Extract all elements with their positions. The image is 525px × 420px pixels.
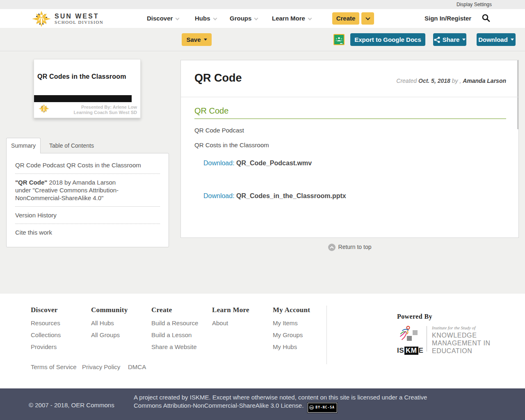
cite-this-work-link[interactable]: Cite this work: [15, 224, 160, 241]
bottom-bar: © 2007 - 2018, OER Commons A project cre…: [0, 388, 525, 420]
tab-summary[interactable]: Summary: [6, 138, 41, 153]
caret-down-icon: [462, 39, 466, 41]
footer-link-resources[interactable]: Resources: [31, 320, 61, 326]
attribution-title: "QR Code": [15, 179, 47, 186]
by-label: by ,: [452, 78, 461, 84]
footer-heading: My Account: [273, 306, 310, 314]
tab-table-of-contents[interactable]: Table of Contents: [49, 142, 94, 149]
thumbnail-sunwest-logo-icon: [38, 103, 50, 114]
logo-line1: SUN WEST: [55, 13, 103, 20]
page-title: QR Code: [194, 72, 242, 84]
share-button[interactable]: Share: [433, 33, 466, 46]
created-date: Oct. 5, 2018: [418, 78, 450, 84]
return-to-top-label: Return to top: [338, 244, 372, 250]
dmca-link[interactable]: DMCA: [128, 363, 146, 370]
thumbnail-slide-bar: [34, 95, 132, 102]
iskme-org-text: Institute for the Study of KNOWLEDGE MAN…: [432, 325, 491, 355]
footer-link-my-hubs[interactable]: My Hubs: [273, 344, 310, 350]
iskme-logo-divider: [427, 326, 427, 352]
resource-toolbar: Save Export to Google Docs Share: [0, 28, 525, 51]
display-settings-link[interactable]: Display Settings: [457, 0, 492, 9]
logo-line2: SCHOOL DIVISION: [55, 20, 103, 25]
footer-link-collections[interactable]: Collections: [31, 332, 61, 338]
download-filename: QR_Codes_in_the_Classroom.pptx: [236, 192, 346, 199]
footer-link-my-items[interactable]: My Items: [273, 320, 310, 326]
attribution-license: under "Creative Commons Attribution-NonC…: [15, 186, 160, 202]
resource-thumbnail: QR Codes in the Classroom Presented By: …: [34, 59, 141, 118]
nav-item-discover[interactable]: Discover: [147, 15, 179, 22]
download-label: Download: [478, 36, 508, 43]
created-label: Created: [396, 78, 417, 84]
sunwest-sunburst-icon: [31, 9, 52, 28]
footer-link-providers[interactable]: Providers: [31, 344, 61, 350]
summary-attribution: "QR Code" 2018 by Amanda Larson under "C…: [15, 174, 160, 207]
sign-in-register-link[interactable]: Sign In/Register: [425, 15, 471, 22]
paragraph: QR Code Podcast: [194, 127, 506, 134]
download-link-wmv[interactable]: Download: QR_Code_Podcast.wmv: [203, 160, 506, 167]
nav-label: Hubs: [195, 15, 210, 22]
cc-icon: cc: [309, 405, 314, 410]
search-button[interactable]: [482, 14, 491, 24]
footer-link-about[interactable]: About: [212, 320, 249, 326]
footer-link-share-a-website[interactable]: Share a Website: [151, 344, 198, 350]
export-label: Export to Google Docs: [354, 36, 421, 43]
sunwest-logo-text: SUN WEST SCHOOL DIVISION: [55, 13, 103, 25]
section-heading: QR Code: [194, 106, 506, 119]
resource-card: QR Code Created Oct. 5, 2018 by , Amanda…: [180, 60, 519, 238]
download-button[interactable]: Download: [477, 33, 516, 46]
chevron-down-icon: [176, 16, 180, 21]
terms-of-service-link[interactable]: Terms of Service: [31, 363, 77, 370]
nav-label: Discover: [147, 15, 173, 22]
nav-label: Learn More: [272, 15, 305, 22]
download-link-pptx[interactable]: Download: QR_Codes_in_the_Classroom.pptx: [203, 192, 506, 200]
footer-link-build-a-lesson[interactable]: Build a Lesson: [151, 332, 198, 338]
copyright-text: © 2007 - 2018, OER Commons: [29, 402, 114, 409]
footer-heading: Discover: [31, 306, 61, 314]
privacy-policy-link[interactable]: Privacy Policy: [82, 363, 120, 370]
license-text: A project created by ISKME. Except where…: [134, 393, 438, 413]
cc-badge-label: BY-NC-SA: [315, 404, 335, 412]
iskme-logo-link[interactable]: ISKME Institute for the Study of KNOWLED…: [397, 325, 491, 355]
site-footer: Discover Resources Collections Providers…: [0, 294, 525, 388]
paragraph: QR Costs in the Classroom: [194, 142, 506, 148]
summary-contents-text: QR Code Podcast QR Costs in the Classroo…: [15, 157, 160, 174]
google-classroom-button[interactable]: [333, 34, 345, 45]
create-button[interactable]: Create: [332, 12, 359, 25]
create-dropdown-button[interactable]: [361, 12, 374, 25]
return-to-top-link[interactable]: Return to top: [180, 244, 519, 251]
footer-column-my-account: My Account My Items My Groups My Hubs: [273, 306, 310, 350]
top-strip: Display Settings: [0, 0, 525, 9]
chevron-down-icon: [254, 16, 258, 21]
version-history-link[interactable]: Version History: [15, 207, 160, 224]
sunwest-logo[interactable]: SUN WEST SCHOOL DIVISION: [31, 9, 103, 28]
chevron-down-icon: [308, 16, 312, 21]
footer-link-my-groups[interactable]: My Groups: [273, 332, 310, 338]
google-classroom-icon: [334, 35, 344, 44]
footer-heading: Community: [91, 306, 128, 314]
summary-panel: QR Code Podcast QR Costs in the Classroo…: [6, 153, 169, 247]
resource-card-body: QR Code QR Code Podcast QR Costs in the …: [181, 106, 518, 200]
cc-license-badge[interactable]: ccBY-NC-SA: [308, 403, 337, 413]
save-button[interactable]: Save: [182, 33, 212, 46]
footer-heading: Learn More: [212, 306, 249, 314]
nav-item-learn-more[interactable]: Learn More: [272, 15, 311, 22]
export-to-google-docs-button[interactable]: Export to Google Docs: [350, 33, 425, 46]
footer-link-build-a-resource[interactable]: Build a Resource: [151, 320, 198, 326]
created-byline: Created Oct. 5, 2018 by , Amanda Larson: [396, 78, 506, 84]
footer-column-create: Create Build a Resource Build a Lesson S…: [151, 306, 198, 350]
footer-column-learn-more: Learn More About: [212, 306, 249, 326]
footer-link-all-groups[interactable]: All Groups: [91, 332, 128, 338]
powered-by-label: Powered By: [397, 313, 491, 320]
iskme-tagline: Institute for the Study of: [432, 325, 491, 330]
site-header: SUN WEST SCHOOL DIVISION Discover Hubs G…: [0, 9, 525, 28]
footer-link-all-hubs[interactable]: All Hubs: [91, 320, 128, 326]
download-label: Download:: [203, 192, 235, 199]
nav-item-groups[interactable]: Groups: [230, 15, 258, 22]
nav-item-hubs[interactable]: Hubs: [195, 15, 217, 22]
chevron-down-icon: [365, 16, 370, 20]
iskme-logo-icon: ISKME: [397, 325, 423, 355]
author-link[interactable]: Amanda Larson: [463, 78, 506, 84]
share-icon: [434, 37, 440, 43]
footer-divider: [326, 306, 327, 364]
powered-by-block: Powered By ISKME Institut: [397, 313, 491, 355]
